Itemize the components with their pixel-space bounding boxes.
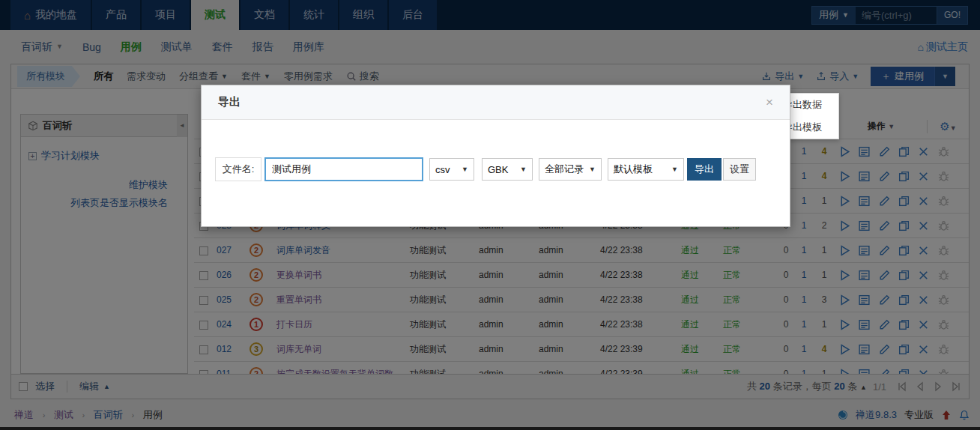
close-icon[interactable]: ×	[766, 96, 773, 109]
template-select[interactable]: 默认模板 ▼	[608, 158, 684, 181]
template-value: 默认模板	[614, 163, 653, 176]
export-confirm-button[interactable]: 导出	[687, 158, 722, 181]
dialog-header: 导出 ×	[202, 85, 790, 120]
chevron-down-icon: ▼	[462, 166, 468, 173]
dialog-title: 导出	[218, 95, 241, 109]
app-window: ⌂ 我的地盘 产品 项目 测试 文档 统计 组织 后台 用例 ▼ GO! 百	[0, 0, 980, 430]
dialog-body: 文件名: csv ▼ GBK ▼ 全部记录 ▼ 默认模板 ▼ 导出 设置	[202, 120, 790, 181]
encoding-value: GBK	[488, 164, 508, 175]
records-scope-value: 全部记录	[545, 163, 584, 176]
chevron-down-icon: ▼	[671, 166, 678, 173]
encoding-select[interactable]: GBK ▼	[482, 158, 533, 181]
chevron-down-icon: ▼	[520, 166, 527, 173]
records-scope-select[interactable]: 全部记录 ▼	[539, 158, 602, 181]
export-dialog: 导出 × 文件名: csv ▼ GBK ▼ 全部记录 ▼ 默认模板 ▼ 导出	[201, 85, 790, 227]
settings-button[interactable]: 设置	[723, 158, 756, 181]
filename-input[interactable]	[264, 157, 423, 181]
filename-label: 文件名:	[215, 157, 261, 181]
file-format-select[interactable]: csv ▼	[429, 158, 474, 181]
chevron-down-icon: ▼	[589, 166, 596, 173]
file-format-value: csv	[435, 164, 450, 175]
